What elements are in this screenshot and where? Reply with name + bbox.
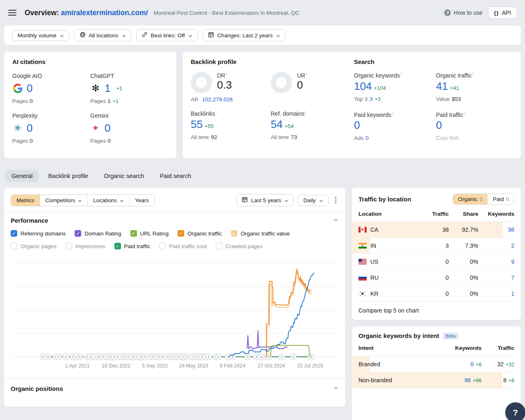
keywords-link[interactable]: 9 xyxy=(478,258,514,265)
intent-keywords-link[interactable]: 8 xyxy=(470,361,474,368)
keywords-link[interactable]: 2 xyxy=(478,242,514,249)
toggle-paid[interactable]: Paid0 xyxy=(487,194,514,204)
google-update-marker[interactable]: G xyxy=(159,354,165,360)
tab-organic-search[interactable]: Organic search xyxy=(98,170,150,182)
ai-citation-value[interactable]: 0 xyxy=(27,122,32,135)
organic-keywords-label: Organic keywordsi xyxy=(354,72,436,79)
refdomains-value[interactable]: 54 xyxy=(271,118,283,131)
google-update-marker[interactable]: G xyxy=(215,354,221,360)
metric-checkbox-domain-rating[interactable]: ✓Domain Rating xyxy=(75,230,121,237)
top3-line: Top 33+3 xyxy=(354,96,436,102)
toggle-organic[interactable]: Organic5 xyxy=(453,194,488,204)
ar-value-link[interactable]: 102,279,026 xyxy=(202,96,233,103)
google-update-marker[interactable]: G xyxy=(279,354,285,360)
intent-keywords-link[interactable]: 96 xyxy=(464,377,471,383)
metric-checkbox-referring-domains[interactable]: ✓Referring domains xyxy=(11,230,66,237)
column-header: Traffic xyxy=(423,211,449,217)
metric-checkbox-organic-pages[interactable]: Organic pages xyxy=(11,243,57,249)
ai-citation-chatgpt: ChatGPT✻1+1Pages1+1 xyxy=(90,73,168,104)
segment-locations[interactable]: Locations xyxy=(87,195,129,206)
filter-dropdown-all-locations[interactable]: All locations xyxy=(74,29,131,41)
location-row-us[interactable]: US00%9 xyxy=(358,254,514,270)
organic-traffic-value[interactable]: 41 xyxy=(436,80,448,93)
location-row-ru[interactable]: RU00%7 xyxy=(358,270,514,286)
metric-checkbox-crawled-pages[interactable]: Crawled pages xyxy=(216,243,262,249)
tab-general[interactable]: General xyxy=(6,170,39,182)
granularity-dropdown[interactable]: Daily xyxy=(298,195,328,206)
filter-dropdown-monthly-volume[interactable]: Monthly volume xyxy=(12,30,69,41)
backlinks-value[interactable]: 55 xyxy=(191,118,203,131)
compare-top5-link[interactable]: Compare top 5 on chart xyxy=(358,302,514,320)
segment-metrics[interactable]: Metrics xyxy=(11,195,40,206)
metric-checkbox-paid-traffic[interactable]: ✓Paid traffic xyxy=(114,243,151,249)
google-update-marker[interactable]: G xyxy=(184,354,190,360)
organic-keywords-value[interactable]: 104 xyxy=(354,80,372,93)
search-title: Search xyxy=(354,58,513,65)
api-button[interactable]: {} API xyxy=(488,7,517,19)
checkbox-icon: ✓ xyxy=(130,230,137,237)
tab-backlink-profile[interactable]: Backlink profile xyxy=(43,170,94,182)
google-update-marker[interactable]: G xyxy=(142,354,148,360)
ai-citation-value[interactable]: 0 xyxy=(105,122,110,135)
google-update-marker[interactable]: G xyxy=(63,354,69,360)
tab-paid-search[interactable]: Paid search xyxy=(154,170,197,182)
ai-citations-title: AI citationsi xyxy=(12,58,168,65)
collapse-chevron-up-icon[interactable] xyxy=(333,217,339,224)
performance-chart[interactable]: GGGGGGaGGaGaGGaGGGGaGGGGGGGGGGGGaGaGGGGG… xyxy=(11,258,339,373)
checkbox-icon xyxy=(11,243,17,249)
intent-row-non-branded[interactable]: Non-branded96+968+8 xyxy=(358,372,514,388)
intent-row-branded[interactable]: Branded8+832+32 xyxy=(358,356,514,372)
organic-paid-toggle: Organic5Paid0 xyxy=(453,194,514,205)
paid-keywords-value[interactable]: 0 xyxy=(354,119,360,132)
x-axis-tick: 27 Oct 2024 xyxy=(258,363,285,369)
filter-dropdown-changes-last-2-years[interactable]: Changes: Last 2 years xyxy=(203,29,285,41)
keywords-link[interactable]: 7 xyxy=(478,274,514,281)
segment-years[interactable]: Years xyxy=(129,195,154,206)
keywords-link[interactable]: 98 xyxy=(478,226,514,233)
metric-checkbox-impressions[interactable]: Impressions xyxy=(66,243,105,249)
refdomains-label: Ref. domainsi xyxy=(271,110,354,117)
right-column: Traffic by location Organic5Paid0 Locati… xyxy=(352,188,521,420)
chevron-down-icon xyxy=(284,198,288,202)
ai-citation-value[interactable]: 0 xyxy=(27,82,32,95)
location-row-ca[interactable]: CA3892.7%98 xyxy=(358,222,514,238)
google-update-marker[interactable]: G xyxy=(290,354,297,360)
keywords-by-intent-card: Organic keywords by intent Beta IntentKe… xyxy=(352,326,521,420)
google-update-marker[interactable]: G xyxy=(45,354,51,360)
location-row-in[interactable]: IN37.3%2 xyxy=(358,238,514,254)
ur-value: 0 xyxy=(297,79,307,91)
info-icon: i xyxy=(305,110,306,114)
column-header: Share xyxy=(449,211,478,217)
metric-checkbox-organic-traffic-value[interactable]: ✓Organic traffic value xyxy=(231,230,290,237)
date-range-dropdown[interactable]: Last 5 years xyxy=(236,194,294,206)
ai-citation-value[interactable]: 1 xyxy=(105,82,110,95)
menu-icon[interactable] xyxy=(8,10,16,16)
segment-competitors[interactable]: Competitors xyxy=(40,195,88,206)
expand-chevron-down-icon[interactable] xyxy=(333,385,339,392)
domain-link[interactable]: amiralextermination.com/ xyxy=(61,9,148,17)
checkbox-icon xyxy=(159,243,166,249)
how-to-use-button[interactable]: ? How to use xyxy=(444,9,482,16)
page-title-prefix: Overview: xyxy=(25,9,59,17)
google-update-marker[interactable]: G xyxy=(244,354,251,360)
paid-traffic-value[interactable]: 0 xyxy=(436,119,442,132)
more-options-icon[interactable] xyxy=(333,195,339,205)
location-row-kr[interactable]: KR00%1 xyxy=(358,286,514,302)
google-update-marker[interactable]: G xyxy=(77,354,83,360)
keywords-link[interactable]: 1 xyxy=(478,290,514,297)
location-table-header: LocationTrafficShareKeywords xyxy=(358,206,514,222)
google-update-marker[interactable]: 2 xyxy=(230,354,236,360)
metric-checkbox-organic-traffic[interactable]: ✓Organic traffic xyxy=(178,230,222,237)
help-button[interactable]: ? xyxy=(505,402,525,420)
x-axis-tick: 18 Dec 2021 xyxy=(102,363,130,369)
svg-text:G: G xyxy=(78,355,81,359)
google-update-marker[interactable]: 2 xyxy=(205,354,212,360)
flag-us-icon xyxy=(358,259,367,265)
google-update-marker[interactable]: G xyxy=(56,354,62,360)
filter-dropdown-best-links-off[interactable]: Best links: Off xyxy=(136,29,198,41)
metric-checkbox-url-rating[interactable]: ✓URL Rating xyxy=(130,230,169,237)
traffic-value: 3 xyxy=(423,242,449,249)
metric-checkbox-paid-traffic-cost[interactable]: Paid traffic cost xyxy=(159,243,207,249)
svg-text:G: G xyxy=(42,355,45,359)
google-update-marker[interactable]: G xyxy=(308,354,314,360)
